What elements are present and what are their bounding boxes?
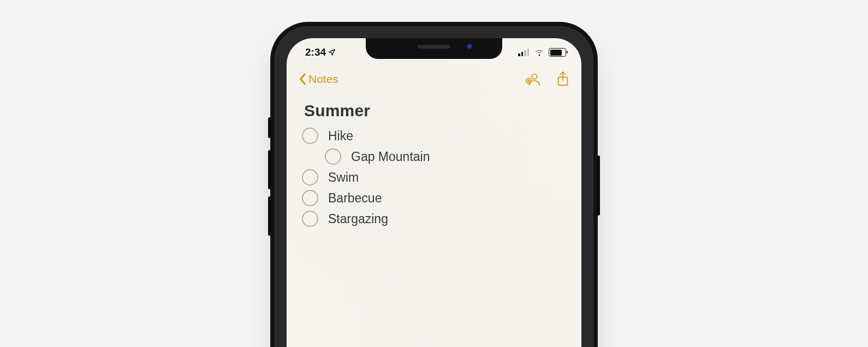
note-title[interactable]: Summer [304,101,566,120]
chevron-left-icon [299,73,307,85]
checklist-checkbox[interactable] [302,211,318,227]
checklist-item[interactable]: Swim [302,167,566,188]
checklist-checkbox[interactable] [325,148,341,165]
checklist: HikeGap MountainSwimBarbecueStargazing [302,125,566,229]
share-button[interactable] [556,71,569,87]
screen: 2:34 [287,38,581,347]
checklist-item-text[interactable]: Hike [328,129,353,143]
volume-up-button [268,150,271,189]
speaker-grille [418,45,450,49]
volume-down-button [268,196,271,236]
notch [366,38,502,59]
status-time: 2:34 [305,46,326,58]
checklist-item[interactable]: Gap Mountain [302,146,566,167]
checklist-item[interactable]: Stargazing [302,208,566,229]
side-button [597,155,600,216]
checklist-item-text[interactable]: Swim [328,170,359,185]
phone-frame: 2:34 [270,22,598,347]
mute-switch [268,117,271,138]
cellular-signal-icon [518,49,530,56]
checklist-checkbox[interactable] [302,190,318,206]
back-button[interactable]: Notes [299,73,338,86]
checklist-checkbox[interactable] [302,128,318,144]
battery-icon [549,48,566,57]
note-content[interactable]: Summer HikeGap MountainSwimBarbecueStarg… [287,97,581,347]
checklist-item-text[interactable]: Barbecue [328,191,382,206]
checklist-item[interactable]: Hike [302,125,566,146]
location-icon [328,49,336,56]
wifi-icon [534,49,545,56]
front-camera [467,44,473,50]
checklist-item-text[interactable]: Stargazing [328,212,388,226]
checklist-item[interactable]: Barbecue [302,188,566,208]
phone-bezel: 2:34 [275,26,593,347]
svg-point-0 [532,74,537,79]
add-people-button[interactable] [525,72,541,86]
back-label: Notes [308,73,338,86]
checklist-checkbox[interactable] [302,169,318,186]
nav-bar: Notes [287,65,581,93]
checklist-item-text[interactable]: Gap Mountain [351,149,430,164]
